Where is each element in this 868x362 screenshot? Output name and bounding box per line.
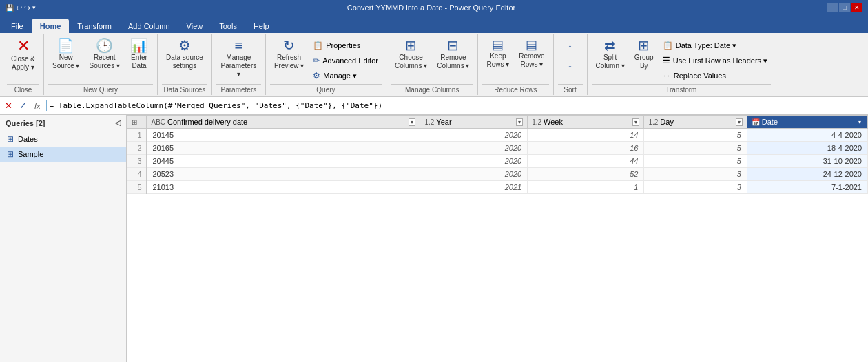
split-column-icon: ⇄ — [604, 39, 616, 52]
cell-confirmed-2: 20165 — [147, 142, 420, 155]
manage-parameters-icon: ≡ — [235, 39, 243, 52]
refresh-preview-button[interactable]: ↻ RefreshPreview ▾ — [270, 36, 308, 73]
query-dates-icon: ⊞ — [7, 134, 14, 144]
close-apply-icon: ✕ — [17, 39, 30, 54]
ribbon-group-query: ↻ RefreshPreview ▾ 📋 Properties ✏ Advanc… — [266, 34, 386, 95]
filter-btn-week[interactable]: ▾ — [632, 118, 639, 126]
main-area: Queries [2] ◁ ⊞ Dates ⊞ Sample ⊞ — [0, 115, 868, 362]
keep-rows-button[interactable]: ▤ KeepRows ▾ — [482, 36, 513, 72]
col-header-week[interactable]: 1.2 Week ▾ — [528, 116, 644, 129]
tab-view[interactable]: View — [178, 19, 211, 33]
tab-add-column[interactable]: Add Column — [120, 19, 178, 33]
cell-day-3: 5 — [644, 155, 747, 168]
choose-columns-button[interactable]: ⊞ ChooseColumns ▾ — [391, 36, 431, 73]
col-header-day[interactable]: 1.2 Day ▾ — [644, 116, 747, 129]
ribbon-group-reduce-rows: ▤ KeepRows ▾ ▤ RemoveRows ▾ Reduce Rows — [478, 34, 553, 95]
cell-date-3: 31-10-2020 — [747, 155, 867, 168]
remove-columns-label: RemoveColumns ▾ — [437, 54, 469, 70]
parameters-group-label: Parameters — [216, 84, 261, 94]
col-type-date: 📅 — [752, 118, 760, 126]
filter-btn-date[interactable]: ▾ — [856, 118, 863, 126]
group-by-button[interactable]: ⊞ GroupBy — [630, 36, 658, 73]
enter-data-button[interactable]: 📊 EnterData — [125, 36, 153, 73]
tab-tools[interactable]: Tools — [211, 19, 245, 33]
refresh-preview-label: RefreshPreview ▾ — [274, 54, 304, 70]
ribbon-group-new-query: 📄 NewSource ▾ 🕒 RecentSources ▾ 📊 EnterD… — [44, 34, 158, 95]
recent-sources-button[interactable]: 🕒 RecentSources ▾ — [85, 36, 123, 73]
col-header-confirmed-delivery-date[interactable]: ABC Confirmed delivery date ▾ — [147, 116, 420, 129]
col-header-year[interactable]: 1.2 Year ▾ — [420, 116, 528, 129]
split-column-label: SplitColumn ▾ — [596, 54, 625, 70]
replace-values-button[interactable]: ↔ Replace Values — [659, 69, 771, 83]
filter-btn-day[interactable]: ▾ — [736, 118, 743, 126]
enter-data-icon: 📊 — [130, 39, 147, 52]
sort-desc-icon: ↓ — [568, 58, 572, 70]
advanced-editor-icon: ✏ — [313, 56, 320, 65]
properties-button[interactable]: 📋 Properties — [309, 39, 382, 52]
new-query-group-label: New Query — [48, 84, 153, 94]
manage-button[interactable]: ⚙ Manage ▾ — [309, 69, 382, 83]
reduce-rows-group-label: Reduce Rows — [482, 84, 548, 94]
table-row: 1 20145 2020 14 5 4-4-2020 — [127, 129, 868, 142]
filter-btn-confirmed[interactable]: ▾ — [409, 118, 415, 126]
cell-confirmed-4: 20523 — [147, 168, 420, 181]
new-source-button[interactable]: 📄 NewSource ▾ — [48, 36, 83, 73]
data-table-container[interactable]: ⊞ ABC Confirmed delivery date ▾ 1.2 — [127, 115, 868, 362]
cell-year-2: 2020 — [420, 142, 528, 155]
close-window-button[interactable]: ✕ — [851, 3, 862, 12]
col-header-date[interactable]: 📅 Date ▾ — [747, 116, 867, 129]
manage-parameters-label: ManageParameters ▾ — [220, 54, 257, 78]
maximize-button[interactable]: □ — [839, 3, 850, 12]
filter-btn-year[interactable]: ▾ — [516, 118, 523, 126]
formula-fx-label: fx — [32, 102, 43, 110]
cell-week-5: 1 — [528, 181, 644, 194]
corner-cell: ⊞ — [127, 116, 147, 129]
manage-parameters-button[interactable]: ≡ ManageParameters ▾ — [216, 36, 261, 81]
data-source-settings-button[interactable]: ⚙ Data sourcesettings — [162, 36, 207, 73]
query-sample-icon: ⊞ — [7, 149, 14, 159]
col-label-day: Day — [660, 118, 674, 126]
advanced-editor-button[interactable]: ✏ Advanced Editor — [309, 54, 382, 67]
tab-help[interactable]: Help — [245, 19, 278, 33]
recent-sources-icon: 🕒 — [96, 39, 113, 52]
ribbon-group-close: ✕ Close & Apply ▾ Close — [3, 34, 44, 95]
remove-rows-button[interactable]: ▤ RemoveRows ▾ — [515, 36, 548, 72]
cell-day-4: 3 — [644, 168, 747, 181]
data-type-button[interactable]: 📋 Data Type: Date ▾ — [659, 39, 771, 52]
remove-columns-button[interactable]: ⊟ RemoveColumns ▾ — [433, 36, 473, 73]
transform-group-label: Transform — [592, 84, 772, 94]
minimize-button[interactable]: ─ — [827, 3, 838, 12]
formula-input[interactable] — [46, 100, 865, 111]
formula-cancel-button[interactable]: ✕ — [3, 100, 14, 111]
formula-ok-button[interactable]: ✓ — [17, 100, 29, 111]
undo-icon[interactable]: ↩ — [16, 3, 22, 12]
split-column-button[interactable]: ⇄ SplitColumn ▾ — [592, 36, 629, 73]
remove-rows-icon: ▤ — [526, 39, 537, 51]
query-item-sample[interactable]: ⊞ Sample — [0, 147, 126, 162]
sort-asc-button[interactable]: ↑ — [558, 40, 583, 55]
properties-icon: 📋 — [313, 41, 323, 50]
tab-home[interactable]: Home — [32, 19, 70, 33]
remove-rows-label: RemoveRows ▾ — [519, 52, 544, 69]
manage-icon: ⚙ — [313, 71, 320, 81]
use-first-row-button[interactable]: ☰ Use First Row as Headers ▾ — [659, 54, 771, 67]
close-apply-button[interactable]: ✕ Close & Apply ▾ — [7, 36, 39, 74]
cell-date-5: 7-1-2021 — [747, 181, 867, 194]
tab-transform[interactable]: Transform — [69, 19, 120, 33]
ribbon: ✕ Close & Apply ▾ Close 📄 NewSource ▾ 🕒 … — [0, 33, 868, 97]
cell-year-5: 2021 — [420, 181, 528, 194]
tab-file[interactable]: File — [3, 19, 32, 33]
sort-desc-button[interactable]: ↓ — [558, 56, 583, 72]
redo-icon[interactable]: ↪ — [24, 3, 30, 12]
query-item-dates[interactable]: ⊞ Dates — [0, 131, 126, 147]
ribbon-group-parameters: ≡ ManageParameters ▾ Parameters — [212, 34, 266, 95]
group-by-label: GroupBy — [634, 54, 654, 70]
data-source-settings-label: Data sourcesettings — [166, 54, 203, 70]
formula-bar: ✕ ✓ fx — [0, 97, 868, 115]
col-type-day: 1.2 — [648, 118, 658, 126]
collapse-panel-button[interactable]: ◁ — [115, 118, 121, 127]
ribbon-group-transform: ⇄ SplitColumn ▾ ⊞ GroupBy 📋 Data Type: D… — [588, 34, 776, 95]
row-num-5: 5 — [127, 181, 147, 194]
recent-sources-label: RecentSources ▾ — [89, 54, 119, 70]
save-icon[interactable]: 💾 — [6, 4, 14, 12]
